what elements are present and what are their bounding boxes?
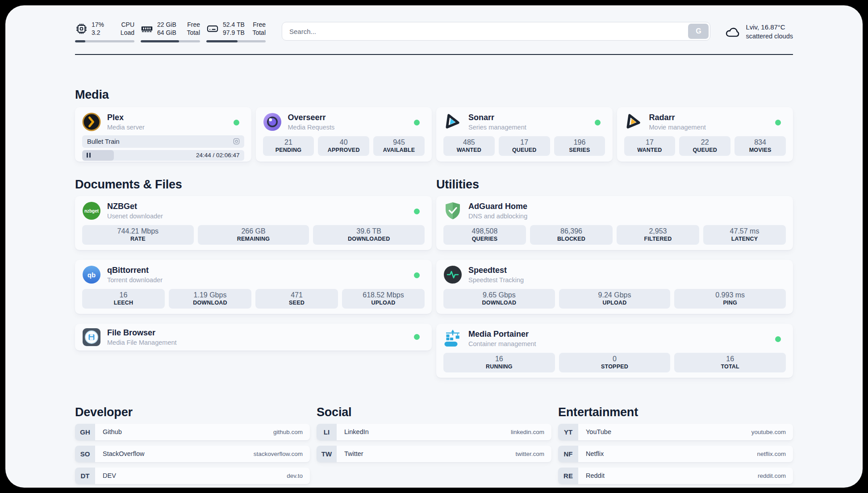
stat-queued: 17QUEUED [499,136,550,156]
sonarr-card[interactable]: Sonarr Series management 485WANTED 17QUE… [436,107,613,162]
nzbget-card[interactable]: nzbget NZBGet Usenet downloader 744.21 M… [75,196,432,250]
cloud-icon [725,25,741,38]
svg-text:nzbget: nzbget [84,208,99,213]
nzbget-icon: nzbget [82,201,101,220]
portainer-card[interactable]: Media Portainer Container management 16R… [436,324,793,378]
storage-metric: 52.4 TB97.9 TB FreeTotal [206,21,266,42]
search-bar: G [282,22,710,41]
app-title: NZBGet [107,202,163,212]
section-title-developer: Developer [75,405,310,419]
stat-ping: 0.993 msPING [674,289,786,309]
filebrowser-icon [82,328,101,347]
bookmark-abbr: LI [317,424,337,440]
adguard-icon [443,201,462,220]
stat-filtered: 2,953FILTERED [617,225,699,245]
app-subtitle: Media File Management [107,339,177,346]
status-dot [775,336,781,342]
stat-rate: 744.21 MbpsRATE [82,225,194,245]
memory-values: 22 GiB64 GiB [157,21,176,37]
app-subtitle: Movie management [649,124,706,131]
weather-location-temp: Lviv, 16.87°C [746,22,793,32]
header-divider [75,54,793,55]
bookmark-url: github.com [273,424,310,440]
adguard-card[interactable]: AdGuard Home DNS and adblocking 498,508Q… [436,196,793,250]
section-title-utilities: Utilities [436,178,793,192]
search-input[interactable] [282,22,710,41]
filebrowser-card[interactable]: File Browser Media File Management [75,324,432,351]
speedtest-card[interactable]: Speedtest Speedtest Tracking 9.65 GbpsDO… [436,260,793,314]
stat-stopped: 0STOPPED [559,353,671,372]
cpu-icon [75,22,88,35]
playback-progress-bar: 24:44 / 02:06:47 [82,150,244,161]
app-subtitle: Series management [468,124,526,131]
cpu-progress-fill [75,40,85,42]
bookmark-url: youtube.com [751,424,793,440]
bookmark-abbr: RE [558,468,578,484]
app-title: Plex [107,113,145,123]
stat-series: 196SERIES [554,136,605,156]
now-playing: Bullet Train 24:44 / 02:06:47 [82,135,244,161]
plex-card[interactable]: Plex Media server Bullet Train [75,107,251,162]
section-entertainment: Entertainment YT YouTube youtube.com NF … [558,405,793,484]
search-engine-button[interactable]: G [688,24,709,39]
storage-values: 52.4 TB97.9 TB [223,21,245,37]
app-title: File Browser [107,328,177,338]
bookmark-name: YouTube [578,424,611,440]
stat-remaining: 266 GBREMAINING [198,225,309,245]
stat-latency: 47.57 msLATENCY [703,225,786,245]
section-title-social: Social [317,405,551,419]
bookmark-url: netflix.com [757,446,793,462]
bookmark-dev[interactable]: DT DEV dev.to [75,468,310,484]
stat-wanted: 485WANTED [443,136,495,156]
app-title: qBittorrent [107,266,163,276]
bookmark-linkedin[interactable]: LI LinkedIn linkedin.com [317,424,551,440]
stat-movies: 834MOVIES [734,136,786,156]
status-dot [414,209,420,214]
weather-widget: Lviv, 16.87°C scattered clouds [725,22,793,41]
qbittorrent-icon: qb [82,265,101,284]
bookmark-name: LinkedIn [337,424,369,440]
now-playing-title: Bullet Train [87,138,120,145]
bookmark-abbr: SO [75,446,95,462]
bookmark-reddit[interactable]: RE Reddit reddit.com [558,468,793,484]
memory-progress-fill [141,40,179,42]
app-title: Overseerr [288,113,335,123]
bookmark-twitter[interactable]: TW Twitter twitter.com [317,446,551,462]
bookmark-youtube[interactable]: YT YouTube youtube.com [558,424,793,440]
stat-upload: 618.52 MbpsUPLOAD [342,289,425,309]
app-title: Radarr [649,113,706,123]
session-icon [233,138,240,145]
bookmark-abbr: NF [558,446,578,462]
stat-queued: 22QUEUED [679,136,730,156]
plex-icon [82,113,101,131]
overseerr-card[interactable]: Overseerr Media Requests 21PENDING 40APP… [256,107,432,162]
section-utilities: Utilities [436,178,793,378]
section-title-documents: Documents & Files [75,178,432,192]
storage-labels: FreeTotal [252,21,266,37]
status-dot [595,120,601,125]
cpu-values: 17%3.2 [92,21,104,37]
overseerr-icon [263,113,282,131]
pause-icon [87,153,91,158]
bookmark-github[interactable]: GH Github github.com [75,424,310,440]
bookmark-name: StackOverflow [95,446,144,462]
stat-queries: 498,508QUERIES [443,225,526,245]
stat-total: 16TOTAL [674,353,786,372]
app-subtitle: Media Requests [288,124,335,131]
qbittorrent-card[interactable]: qb qBittorrent Torrent downloader 16LEEC… [75,260,432,314]
bookmark-netflix[interactable]: NF Netflix netflix.com [558,446,793,462]
stat-download: 9.65 GbpsDOWNLOAD [443,289,555,309]
bookmark-stackoverflow[interactable]: SO StackOverflow stackoverflow.com [75,446,310,462]
bookmark-url: linkedin.com [511,424,551,440]
bookmark-name: Reddit [578,468,605,484]
sonarr-icon [443,113,462,131]
stat-approved: 40APPROVED [318,136,369,156]
storage-progress-bar [206,40,266,42]
bookmark-name: Twitter [337,446,363,462]
radarr-card[interactable]: Radarr Movie management 17WANTED 22QUEUE… [617,107,793,162]
bookmark-name: Github [95,424,122,440]
bookmark-name: DEV [95,468,116,484]
portainer-icon [443,329,462,348]
app-title: Sonarr [468,113,526,123]
bookmark-url: reddit.com [758,468,793,484]
